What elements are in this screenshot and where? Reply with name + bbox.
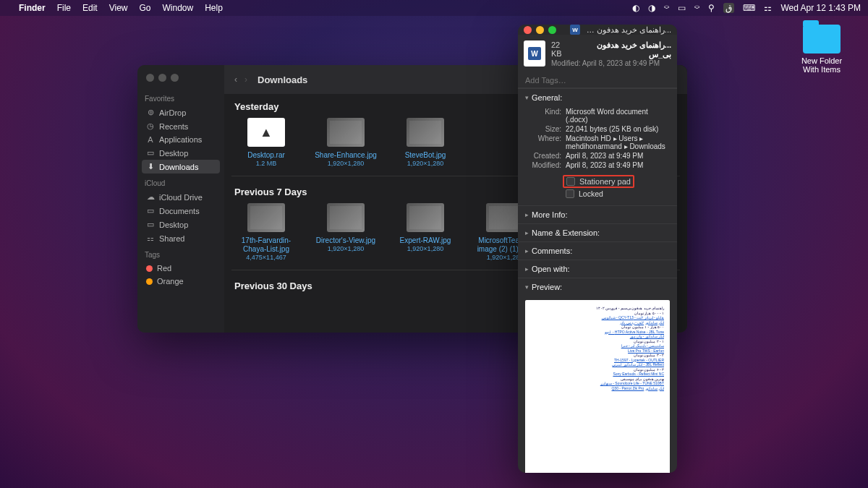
file-item[interactable]: Expert-RAW.jpg1,920×1,280 [393,203,457,261]
file-item[interactable]: Director's-View.jpg1,920×1,280 [314,203,378,261]
sidebar-tag-red[interactable]: Red [142,262,220,275]
sidebar-item-desktop[interactable]: ▭Desktop [142,146,220,160]
section-open-with[interactable]: ▸Open with: [518,260,677,278]
section-preview[interactable]: ▾Preview: [518,278,677,296]
status-icon-2[interactable]: ◑ [648,3,655,13]
file-item[interactable]: SteveBot.jpg1,920×1,280 [393,118,457,167]
file-name: Share-Enhance.jpg [314,151,378,160]
section-label: Comments: [532,247,572,255]
locked-checkbox[interactable] [566,189,574,198]
add-tags-field[interactable]: Add Tags… [518,73,677,88]
info-header: W ...راهنمای خرید هدفون بی_س22 KB Modifi… [518,35,677,73]
word-proxy-icon: W [570,25,580,35]
file-thumb [327,118,365,147]
menu-window[interactable]: Window [163,3,194,13]
spotlight-icon[interactable]: ⚲ [708,3,715,13]
tag-dot-icon [146,278,153,285]
folder-icon [803,25,841,53]
window-zoom[interactable] [171,74,179,82]
wifi-icon[interactable]: ⌔ [694,3,699,13]
tag-dot-icon [146,265,153,272]
info-panel: W ...راهنمای خرید هدفون بی_سی W ...راهنم… [518,25,677,473]
info-minimize[interactable] [536,26,544,34]
sidebar-item-downloads[interactable]: ⬇Downloads [142,160,220,174]
window-close[interactable] [146,74,154,82]
menu-help[interactable]: Help [205,3,223,13]
kind-key: Kind: [525,108,561,124]
file-name: Director's-View.jpg [314,236,378,245]
menu-go[interactable]: Go [140,3,151,13]
nav-back[interactable]: ‹ [234,74,237,85]
sidebar-item-label: Desktop [159,149,188,158]
menu-edit[interactable]: Edit [82,3,98,13]
section-more-info[interactable]: ▸More Info: [518,206,677,223]
window-minimize[interactable] [158,74,166,82]
file-meta: 1,920×1,280 [393,160,457,167]
file-meta: 4,475×11,467 [234,254,298,261]
chevron-down-icon: ▾ [525,283,529,291]
file-item[interactable]: Share-Enhance.jpg1,920×1,280 [314,118,378,167]
chevron-right-icon: ▸ [525,211,529,218]
menu-file[interactable]: File [57,3,71,13]
clock[interactable]: Wed Apr 12 1:43 PM [780,3,861,13]
section-label: Name & Extension: [532,228,600,237]
control-center-icon[interactable]: ⚏ [764,3,772,13]
sidebar-item-documents[interactable]: ▭Documents [142,204,220,218]
section-name-ext[interactable]: ▸Name & Extension: [518,224,677,241]
sidebar-item-label: iCloud Drive [159,193,203,202]
info-zoom[interactable] [548,26,556,34]
stationery-pad-checkbox[interactable] [566,177,575,186]
info-window-title: ...راهنمای خرید هدفون بی_سی [584,25,671,35]
file-name: 17th-Farvardin-Chaya-List.jpg [234,236,298,254]
status-icon-1[interactable]: ◐ [632,3,639,13]
file-item[interactable]: ▲Desktop.rar1.2 MB [234,118,298,167]
created-value: April 8, 2023 at 9:49 PM [566,152,670,160]
battery-icon[interactable]: ▭ [678,3,686,13]
kind-value: Microsoft Word document (.docx) [566,108,670,124]
file-thumb [327,203,365,232]
tags-label: Tags [145,251,217,259]
menu-view[interactable]: View [109,3,128,13]
chevron-right-icon: ▸ [525,229,529,236]
keyboard-icon[interactable]: ⌨ [743,3,755,13]
file-name: Desktop.rar [234,151,298,160]
desktop-folder[interactable]: New Folder With Items [793,25,851,74]
file-item[interactable]: 17th-Farvardin-Chaya-List.jpg4,475×11,46… [234,203,298,261]
sidebar-tag-orange[interactable]: Orange [142,275,220,288]
file-meta: 1,920×1,280 [314,160,378,167]
info-titlebar: W ...راهنمای خرید هدفون بی_سی [518,25,677,35]
file-name: SteveBot.jpg [393,151,457,160]
info-close[interactable] [524,26,532,34]
stationery-pad-label: Stationery pad [579,177,631,186]
nav-forward[interactable]: › [244,74,247,85]
sidebar-item-label: Desktop [159,221,188,229]
input-lang[interactable]: ق [723,3,734,13]
file-meta: 1,920×1,280 [393,245,457,252]
app-menu[interactable]: Finder [19,3,46,13]
section-label: General: [532,93,562,102]
section-label: Preview: [532,283,562,291]
sidebar-item-shared[interactable]: ⚏Shared [142,231,220,245]
size-key: Size: [525,125,561,133]
file-thumb [407,118,444,147]
shared-icon: ⚏ [146,234,155,243]
sidebar-item-recents[interactable]: ◷Recents [142,119,220,133]
sidebar-item-airdrop[interactable]: ⊚AirDrop [142,106,220,119]
desktop-folder-label: New Folder With Items [793,56,851,74]
documents-icon: ▭ [146,206,155,215]
size-value: 22,041 bytes (25 KB on disk) [566,125,670,133]
sidebar-item-desktop-icloud[interactable]: ▭Desktop [142,218,220,231]
desktop-icon: ▭ [146,220,155,229]
info-filename: ...راهنمای خرید هدفون بی_س [573,40,671,59]
locked-row: Locked [525,188,670,200]
sidebar-item-label: Red [157,264,171,273]
modified-value: April 8, 2023 at 9:49 PM [566,161,670,169]
section-label: More Info: [532,210,568,219]
section-comments[interactable]: ▸Comments: [518,242,677,260]
sidebar-item-label: Recents [159,122,188,131]
sidebar-item-icloud-drive[interactable]: ☁iCloud Drive [142,190,220,204]
file-name: Expert-RAW.jpg [393,236,457,245]
bluetooth-icon[interactable]: ⌔ [664,3,669,13]
sidebar-item-applications[interactable]: AApplications [142,133,220,146]
section-general[interactable]: ▾General: [518,89,677,106]
